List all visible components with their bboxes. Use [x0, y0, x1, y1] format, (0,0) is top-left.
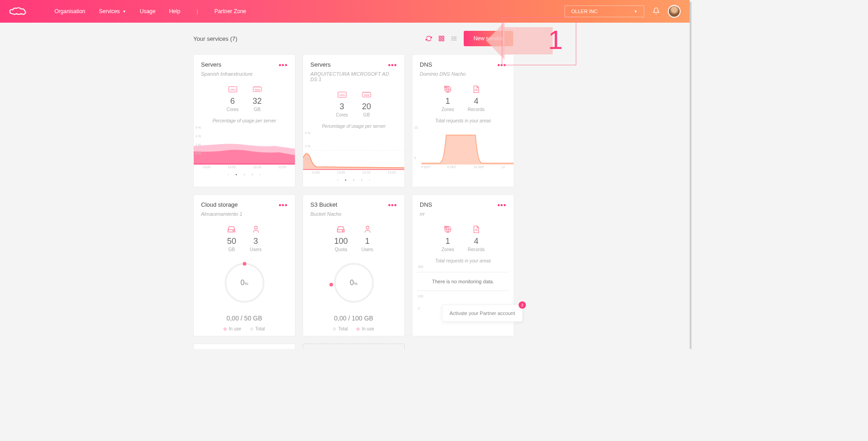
stat-label: GB [227, 247, 236, 252]
chevron-down-icon: ▼ [123, 10, 126, 14]
card-title: Servers [310, 61, 331, 69]
logo[interactable] [9, 5, 27, 18]
svg-text:RAM: RAM [364, 94, 369, 97]
annotation-callout-1: 1 [503, 18, 575, 64]
card-footer-text: Total requests in your areas [412, 118, 514, 123]
card-pager: ‹●●●› [194, 172, 295, 177]
chevron-right-icon[interactable]: › [260, 172, 261, 177]
svg-point-32 [233, 231, 234, 232]
nav-separator: | [196, 8, 198, 15]
document-icon [468, 85, 485, 94]
service-card-s3-bucket-2[interactable]: S3 Bucket••• [193, 344, 295, 349]
card-footer-text: Percentage of usage per server [194, 118, 295, 123]
nav-usage[interactable]: Usage [140, 8, 156, 15]
disk-icon [227, 225, 236, 234]
dots-icon[interactable]: ••• [497, 201, 506, 209]
stat-label: Cores [226, 107, 239, 112]
card-subtitle: ARQUITECTURA MICROSOFT AD DS 1 [303, 71, 404, 87]
stat-value: 3 [250, 237, 261, 246]
chart-x-axis: 13:0013:0513:1013:20 [194, 165, 295, 169]
activate-partner-toast[interactable]: Activate your Partner account 2 [442, 305, 523, 322]
chevron-right-icon[interactable]: › [369, 178, 370, 182]
card-footer-text: Total requests in your areas [412, 258, 514, 263]
legend: In use Total [194, 326, 295, 331]
chevron-left-icon[interactable]: ‹ [337, 178, 338, 182]
card-footer-text: Percentage of usage per server [303, 124, 404, 129]
nav-help[interactable]: Help [169, 8, 181, 15]
svg-rect-1 [442, 36, 444, 38]
card-title: DNS [420, 61, 432, 69]
svg-point-37 [343, 231, 343, 232]
globe-icon [441, 225, 454, 234]
card-subtitle: Bucket Nacho [303, 211, 404, 221]
stat-value: 4 [468, 97, 485, 106]
dots-icon[interactable]: ••• [388, 201, 397, 209]
svg-rect-0 [439, 36, 441, 38]
stat-value: 3 [336, 102, 348, 111]
gauge: 0% [303, 260, 404, 305]
stat-label: Quota [334, 247, 348, 252]
page-title: Your services (7) [193, 35, 237, 42]
dots-icon[interactable]: ••• [279, 61, 288, 69]
user-icon [361, 225, 373, 234]
dots-icon[interactable]: ••• [279, 201, 288, 209]
stat-label: Zones [441, 107, 454, 112]
stat-label: Cores [336, 112, 348, 117]
stat-label: Records [468, 107, 485, 112]
stat-value: 1 [441, 237, 454, 246]
bell-icon[interactable] [652, 7, 660, 16]
stat-label: Zones [441, 247, 454, 252]
ram-icon: RAM [362, 90, 372, 99]
service-card-servers-1[interactable]: Servers••• Spanish Infraestructure CPU6C… [193, 54, 295, 187]
usage-chart: 6 %4 %2 %0 % [194, 126, 295, 165]
service-card-servers-2[interactable]: Servers••• ARQUITECTURA MICROSOFT AD DS … [303, 54, 405, 187]
no-data-message: There is no monitoring data. [417, 272, 509, 291]
card-title: Cloud storage [201, 201, 238, 209]
grid-view-icon[interactable] [438, 35, 445, 42]
avatar[interactable] [668, 5, 681, 18]
stat-value: 100 [334, 237, 348, 246]
org-selector[interactable]: OLLER INC ▼ [564, 5, 644, 17]
user-icon [250, 225, 261, 234]
stat-value: 4 [468, 237, 485, 246]
service-card-s3-bucket[interactable]: S3 Bucket••• Bucket Nacho 100Quota 1User… [303, 194, 405, 336]
nav-partner-zone[interactable]: Partner Zone [214, 8, 246, 15]
svg-text:CPU: CPU [339, 94, 345, 97]
globe-icon [441, 85, 454, 94]
card-subtitle: Dominio DNS Nacho [412, 71, 514, 81]
dots-icon[interactable]: ••• [388, 61, 397, 69]
card-subtitle: rrr [412, 211, 514, 221]
service-card-cloud-storage[interactable]: Cloud storage••• Almacenamiento 1 50GB 3… [193, 194, 295, 336]
chevron-down-icon: ▼ [634, 10, 638, 14]
chart-x-axis: 13:0013:0513:1013:20 [303, 171, 404, 174]
service-card-dns-1[interactable]: DNS••• Dominio DNS Nacho 1Zones 4Records… [412, 54, 514, 187]
stat-value: 50 [227, 237, 236, 246]
svg-point-35 [243, 262, 246, 266]
svg-point-33 [254, 226, 257, 229]
svg-rect-3 [442, 39, 444, 41]
usage-chart: 100 [412, 126, 514, 165]
nav-services[interactable]: Services▼ [99, 8, 126, 15]
disk-icon [334, 225, 348, 234]
svg-point-8 [451, 38, 452, 39]
nav-organisation[interactable]: Organisation [54, 8, 85, 15]
document-icon [468, 225, 485, 234]
card-title: DNS [420, 201, 432, 209]
svg-point-38 [366, 226, 368, 229]
stat-value: 1 [441, 97, 454, 106]
gauge: 0% [194, 260, 295, 305]
ram-icon: RAM [252, 85, 262, 94]
usage-text: 0,00 / 50 GB [194, 315, 295, 322]
refresh-icon[interactable] [426, 35, 432, 42]
chevron-left-icon[interactable]: ‹ [228, 172, 229, 177]
stat-label: GB [252, 107, 262, 112]
usage-chart: 4 %2 %0 % [303, 131, 404, 170]
card-title: S3 Bucket [310, 201, 337, 209]
svg-rect-2 [439, 39, 441, 41]
add-service-placeholder[interactable] [303, 344, 405, 349]
list-view-icon[interactable] [451, 35, 457, 42]
svg-point-7 [451, 37, 452, 37]
usage-text: 0,00 / 100 GB [303, 315, 404, 322]
stat-label: Users [361, 247, 373, 252]
card-title: Servers [201, 61, 221, 69]
